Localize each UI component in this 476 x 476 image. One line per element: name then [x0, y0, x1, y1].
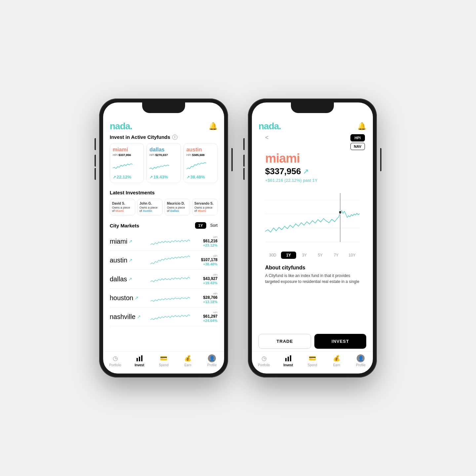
tab-7y[interactable]: 7Y [329, 252, 344, 259]
hpi-btn[interactable]: HPI [350, 134, 365, 141]
miami-price-row: $337,956 ↗ [265, 166, 360, 177]
about-text: A Cityfund is like an index fund in that… [265, 273, 360, 285]
city-card-dallas[interactable]: dallas HPI $270,037 19.43% [146, 143, 180, 183]
sparkline-houston [146, 292, 194, 304]
cityfunds-title: Invest in Active Cityfunds i [110, 134, 218, 140]
nav-spend-2[interactable]: 💳 Spend [300, 354, 324, 367]
investments-row: David S. Owns a piece of Miami John G. O… [110, 199, 218, 216]
price-arrow: ↗ [303, 167, 309, 176]
investor-mauricio: Mauricio D. Owns a piece of Dallas [165, 199, 190, 216]
main-chart-svg [265, 186, 360, 249]
profile-icon-1: 👤 [208, 354, 216, 362]
market-row-miami[interactable]: miami ↗ HPI $61,216 +23.12% [110, 232, 218, 251]
nav-invest-1[interactable]: Invest [127, 354, 151, 367]
svg-rect-10 [288, 357, 289, 361]
phone-1: nada. 🔔 Invest in Active Cityfunds i mia… [99, 99, 228, 377]
city-pct-miami: 22.12% [113, 175, 141, 179]
sparkline-miami [146, 235, 194, 247]
logo-dot: . [130, 121, 132, 131]
market-row-houston[interactable]: houston ↗ HPI $28,766 +13.18% [110, 289, 218, 307]
investor-john: John G. Owns a piece of Austin [137, 199, 163, 216]
markets-header: City Markets 1Y Sort [110, 222, 218, 229]
main-chart-area [258, 183, 366, 249]
city-card-austin[interactable]: austin HPI $385,688 38.48% [183, 143, 218, 183]
sparkline-austin [146, 254, 194, 266]
invest-button[interactable]: INVEST [314, 334, 366, 349]
city-hpi-dallas: HPI $270,037 [149, 153, 178, 157]
market-row-nashville[interactable]: nashville ↗ HPI $61,297 +24.64% [110, 307, 218, 326]
market-row-austin[interactable]: austin ↗ HPI $107,178 +38.48% [110, 251, 218, 270]
notch-1 [142, 102, 185, 113]
cityfunds-row: miami HPI $337,956 22.12% dallas HPI $27… [110, 143, 218, 183]
tab-1y[interactable]: 1Y [281, 252, 296, 259]
bell-icon-2[interactable]: 🔔 [357, 122, 366, 131]
nav-portfolio-2[interactable]: ◷ Portfolio [252, 354, 276, 367]
about-title: About cityfunds [265, 265, 360, 271]
svg-rect-2 [141, 355, 142, 361]
earn-icon-1: 💰 [184, 354, 192, 362]
svg-rect-11 [290, 355, 291, 361]
miami-change: +$61,216 (22.12%) past 1Y [265, 178, 360, 183]
mini-chart-miami [113, 161, 133, 171]
city-hpi-austin: HPI $385,688 [186, 153, 215, 157]
nav-earn-2[interactable]: 💰 Earn [325, 354, 349, 367]
nav-spend-1[interactable]: 💳 Spend [151, 354, 176, 367]
nav-earn-1[interactable]: 💰 Earn [176, 354, 200, 367]
bottom-nav-2: ◷ Portfolio Invest 💳 Spend 💰 Earn [252, 351, 373, 374]
investor-servando: Servando S. Owns a piece of Miami [192, 199, 218, 216]
city-pct-austin: 38.48% [186, 175, 215, 179]
earn-icon-2: 💰 [333, 354, 340, 362]
back-button[interactable]: < [258, 134, 275, 142]
city-card-miami[interactable]: miami HPI $337,956 22.12% [110, 143, 144, 183]
city-name-miami: miami [113, 147, 141, 153]
tab-10y[interactable]: 10Y [344, 252, 360, 259]
svg-point-8 [339, 211, 341, 214]
invest-icon-1 [136, 354, 143, 362]
sort-btn[interactable]: Sort [210, 223, 218, 228]
investor-david: David S. Owns a piece of Miami [110, 199, 135, 216]
sparkline-nashville [146, 311, 194, 323]
svg-rect-1 [139, 357, 140, 361]
tab-5y[interactable]: 5Y [313, 252, 328, 259]
investor-name-david: David S. [112, 202, 133, 205]
bottom-nav-1: ◷ Portfolio Invest 💳 Spend 💰 Earn [103, 351, 224, 374]
nav-profile-1[interactable]: 👤 Profile [200, 354, 224, 367]
nav-btn[interactable]: NAV [350, 143, 365, 150]
tab-30d[interactable]: 30D [265, 252, 280, 259]
app-header-1: nada. 🔔 [103, 117, 224, 134]
market-row-dallas[interactable]: dallas ↗ HPI $43,927 +19.43% [110, 270, 218, 289]
city-pct-dallas: 19.43% [149, 175, 178, 179]
time-tabs: 30D 1Y 3Y 5Y 7Y 10Y [258, 249, 366, 261]
action-btns: TRADE INVEST [252, 331, 373, 351]
period-btn[interactable]: 1Y [195, 222, 206, 229]
bell-icon-1[interactable]: 🔔 [209, 122, 218, 131]
miami-price: $337,956 [265, 166, 301, 177]
spend-icon-2: 💳 [308, 354, 316, 362]
nav-invest-2[interactable]: Invest [276, 354, 300, 367]
sparkline-dallas [146, 273, 194, 285]
svg-rect-9 [285, 358, 287, 361]
mini-chart-dallas [149, 161, 169, 171]
notch-2 [291, 102, 334, 113]
portfolio-icon-2: ◷ [260, 354, 268, 362]
logo-2: nada. [258, 121, 281, 132]
nav-portfolio-1[interactable]: ◷ Portfolio [103, 354, 127, 367]
nav-profile-2[interactable]: 👤 Profile [349, 354, 373, 367]
trade-button[interactable]: TRADE [258, 334, 311, 349]
mini-chart-austin [186, 161, 206, 171]
portfolio-icon-1: ◷ [111, 354, 119, 362]
about-section: About cityfunds A Cityfund is like an in… [258, 261, 366, 288]
logo-1: nada. [110, 121, 132, 132]
city-name-dallas: dallas [149, 147, 178, 153]
app-header-2: nada. 🔔 [252, 117, 373, 134]
hpi-nav-group: HPI NAV [350, 134, 365, 150]
avatar-2: 👤 [357, 354, 365, 362]
spend-icon-1: 💳 [160, 354, 168, 362]
tab-3y[interactable]: 3Y [297, 252, 312, 259]
profile-icon-2: 👤 [357, 354, 365, 362]
svg-rect-0 [137, 358, 138, 361]
miami-hero: miami $337,956 ↗ +$61,216 (22.12%) past … [258, 151, 366, 183]
info-icon[interactable]: i [172, 135, 178, 140]
avatar-1: 👤 [208, 354, 216, 362]
investor-city-miami1: Miami [115, 209, 124, 213]
